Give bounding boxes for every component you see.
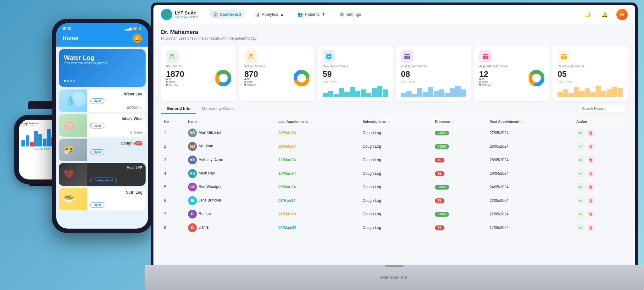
card-water-log: 💧 Water Log Open 0/2000mL — [59, 89, 146, 112]
stat-all-patients-label: All Patients — [166, 65, 231, 68]
svg-rect-25 — [561, 54, 567, 59]
table-row: 5 SWSue Woodger 25/Mar/24 Cough Log COPD… — [161, 180, 628, 194]
cell-next-appt: 26/05/2024 — [486, 153, 573, 167]
stat-appointments-today-bottom: 12 TB COPD ASTHMA — [479, 70, 544, 86]
edit-btn[interactable]: ✏ — [577, 129, 585, 137]
col-subscriptions[interactable]: Subscriptions ▽ — [359, 117, 432, 126]
cell-no: 1 — [161, 126, 185, 140]
card-cough-open-btn[interactable]: Open — [90, 149, 104, 155]
phone-signal-icons: ▂▄▆ 📶 🔋 — [125, 27, 142, 30]
delete-btn[interactable]: 🗑 — [587, 197, 594, 204]
stat-next-appointments-label: Next Appointments — [558, 65, 623, 68]
delete-btn[interactable]: 🗑 — [587, 183, 594, 191]
edit-btn[interactable]: ✏ — [577, 183, 585, 191]
stat-active-patients-bottom: 870 TB COPD ASTHMA — [244, 70, 309, 86]
cell-no: 5 — [161, 180, 185, 194]
signal-icon: ▂▄▆ — [125, 27, 132, 30]
nav-patients[interactable]: 👥 Patients ▼ — [294, 10, 329, 19]
col-next-appt[interactable]: Next Appointment ▽ — [486, 117, 573, 126]
edit-btn[interactable]: ✏ — [577, 170, 585, 177]
cell-diseases: COPD — [432, 140, 486, 153]
cell-name: AGAlan Gilchrist — [185, 126, 275, 140]
dot-2 — [67, 80, 69, 82]
col-name[interactable]: Name ↑ — [185, 117, 275, 126]
cell-diseases: TB — [432, 167, 486, 180]
edit-btn[interactable]: ✏ — [577, 224, 585, 231]
stat-active-patients-value: 870 — [244, 70, 258, 78]
svg-point-6 — [170, 54, 172, 56]
card-water-img: 💧 — [59, 89, 87, 112]
cell-action: ✏ 🗑 — [573, 140, 628, 153]
nav-analytics[interactable]: 📊 Analytics ▲ — [251, 10, 288, 19]
dot-1 — [64, 80, 66, 82]
card-heal-title: Heal LYF — [90, 166, 142, 170]
card-heal-coming-btn[interactable]: Coming Soon! — [90, 178, 117, 183]
nav-settings[interactable]: ⚙️ Settings — [336, 10, 365, 19]
dot-3 — [70, 80, 72, 82]
gear-icon: ⚙️ — [339, 12, 344, 17]
laptop-base: MacBook Pro — [145, 265, 644, 290]
delete-btn[interactable]: 🗑 — [587, 129, 594, 137]
stat-new-registrations-label: New Registrations — [323, 65, 388, 68]
chevron-up-icon: ▲ — [280, 12, 284, 17]
cell-last-appt: 21/Feb/24 — [275, 208, 360, 221]
page-header: Dr. Mahamera Hi Doctor, Let's check the … — [153, 24, 635, 43]
svg-text:🫁: 🫁 — [64, 120, 75, 130]
card-inhale-open-btn[interactable]: Open — [90, 123, 104, 128]
cell-name: JBJens Brincker — [185, 194, 275, 208]
card-nutri-content: Nutri Log Open — [87, 188, 146, 210]
edit-btn[interactable]: ✏ — [577, 210, 585, 218]
cell-diseases: COPD — [432, 180, 486, 194]
card-inhale-img: 🫁 — [59, 114, 87, 137]
delete-btn[interactable]: 🗑 — [587, 224, 594, 231]
card-nutri-open-btn[interactable]: Open — [90, 202, 104, 208]
user-avatar[interactable]: M — [616, 9, 628, 20]
edit-btn[interactable]: ✏ — [577, 197, 585, 204]
card-water-open-btn[interactable]: Open — [90, 98, 104, 104]
delete-btn[interactable]: 🗑 — [587, 210, 594, 218]
svg-text:❤️: ❤️ — [64, 169, 75, 179]
col-last-appt[interactable]: Last Appointment ↓ — [275, 117, 360, 126]
svg-text:12: 12 — [485, 56, 487, 59]
logo-tagline: Live to your fullest — [175, 15, 198, 19]
tab-monitoring-status[interactable]: Monitoring Status — [196, 104, 239, 114]
card-cough-img: 🤧 — [59, 139, 87, 161]
stat-new-registrations-value: 59 — [323, 70, 388, 78]
card-nutri-log: 🥗 Nutri Log Open — [59, 188, 146, 210]
stat-all-patients-icon — [166, 50, 179, 63]
cell-subscriptions: Cough Log — [359, 194, 432, 208]
card-heal-content: Heal LYF Coming Soon! — [87, 163, 146, 186]
stat-active-patients-icon — [244, 50, 257, 63]
dark-mode-btn[interactable]: 🌙 — [582, 9, 593, 20]
cell-action: ✏ 🗑 — [573, 126, 628, 140]
svg-point-18 — [407, 57, 408, 58]
cell-name: MHMark Hay — [185, 167, 275, 180]
stat-appointments-today-legend: TB COPD ASTHMA — [479, 78, 491, 86]
stat-next-appointments-icon — [558, 50, 570, 63]
cell-action: ✏ 🗑 — [573, 194, 628, 208]
phone: 9:41 ▂▄▆ 📶 🔋 Home 🔔 Water Log Your essen… — [49, 19, 156, 258]
delete-btn[interactable]: 🗑 — [587, 143, 594, 150]
stat-appointments-today-chart — [529, 70, 544, 86]
delete-btn[interactable]: 🗑 — [587, 156, 594, 164]
stat-new-registrations: New Registrations 59 Last 7 days — [318, 46, 393, 101]
stat-appointments-today-label: Appointments Today — [479, 65, 544, 68]
search-disease-input[interactable] — [577, 105, 628, 112]
col-diseases[interactable]: Diseases ▽ — [432, 117, 486, 126]
cell-last-appt: 07/Apr/24 — [275, 194, 360, 208]
nav-dashboard[interactable]: 🏠 Dashboard — [209, 10, 245, 19]
edit-btn[interactable]: ✏ — [577, 143, 585, 150]
phone-banner-dots — [64, 80, 141, 82]
patients-icon: 👥 — [298, 12, 303, 17]
phone-notification-bell[interactable]: 🔔 — [133, 34, 142, 43]
tab-general-info[interactable]: General Info — [161, 104, 196, 114]
phone-banner: Water Log Your essential wellness partne… — [59, 49, 146, 87]
table-body: 1 AGAlan Gilchrist 21/Feb/24 Cough Log C… — [161, 126, 628, 235]
stat-new-registrations-icon — [323, 50, 335, 63]
laptop-screen: 🌿 LYF Suite Live to your fullest 🏠 Dashb… — [153, 5, 635, 265]
edit-btn[interactable]: ✏ — [577, 156, 585, 164]
svg-text:🤧: 🤧 — [64, 145, 75, 155]
cell-next-appt: 24/05/2024 — [486, 180, 573, 194]
delete-btn[interactable]: 🗑 — [587, 170, 594, 177]
notifications-btn[interactable]: 🔔 — [599, 9, 610, 20]
